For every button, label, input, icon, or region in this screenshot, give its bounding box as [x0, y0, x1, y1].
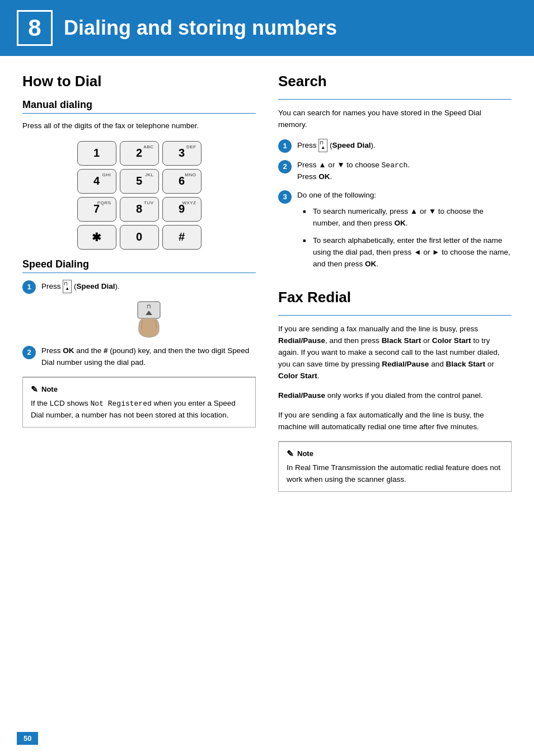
- how-to-dial-heading: How to Dial: [22, 73, 256, 90]
- search-step-2: 2 Press ▲ or ▼ to choose Search.Press OK…: [278, 159, 512, 183]
- step-1-text: Press ⊓ ▲ (Speed Dial).: [41, 280, 120, 293]
- speed-dial-step-2: 2 Press OK and the # (pound) key, and th…: [22, 345, 256, 369]
- dial-key-8: TUV 8: [120, 197, 159, 222]
- content-area: How to Dial Manual dialing Press all of …: [0, 73, 534, 500]
- search-body: You can search for names you have stored…: [278, 107, 512, 131]
- search-step-3-circle: 3: [278, 190, 292, 204]
- right-column: Search You can search for names you have…: [278, 73, 512, 500]
- dial-key-0: 0: [120, 225, 159, 250]
- dial-key-7: PQRS 7: [77, 197, 116, 222]
- manual-dialing-heading: Manual dialing: [22, 99, 256, 114]
- note-title: ✎ Note: [31, 383, 247, 396]
- search-bullet-2: To search alphabetically, enter the firs…: [303, 235, 512, 270]
- step-1-circle: 1: [22, 280, 36, 294]
- svg-text:⊓: ⊓: [147, 303, 151, 309]
- search-heading: Search: [278, 73, 512, 90]
- search-step-2-circle: 2: [278, 160, 292, 173]
- fax-redial-note-title: ✎ Note: [287, 448, 503, 461]
- speed-dial-svg: ⊓: [127, 300, 171, 340]
- search-bullets: To search numerically, press ▲ or ▼ to c…: [297, 206, 512, 270]
- search-step-2-text: Press ▲ or ▼ to choose Search.Press OK.: [297, 159, 410, 183]
- search-bullet-1: To search numerically, press ▲ or ▼ to c…: [303, 206, 512, 229]
- manual-dialing-body: Press all of the digits of the fax or te…: [22, 120, 256, 132]
- search-step-1: 1 Press ⊓ ▲ (Speed Dial).: [278, 139, 512, 153]
- step-2-circle: 2: [22, 346, 36, 359]
- search-step-3-text: Do one of the following: To search numer…: [297, 190, 512, 276]
- fax-redial-separator: [278, 315, 512, 316]
- fax-redial-para2: Redial/Pause only works if you dialed fr…: [278, 390, 512, 402]
- dial-pad: 1 ABC 2 DEF 3 GHI 4 JKL 5 MNO 6: [77, 141, 202, 250]
- dial-key-1: 1: [77, 141, 116, 166]
- chapter-title: Dialing and storing numbers: [64, 16, 337, 40]
- speed-dial-step-1: 1 Press ⊓ ▲ (Speed Dial).: [22, 280, 256, 294]
- fax-redial-note: ✎ Note In Real Time Transmission the aut…: [278, 441, 512, 492]
- page-number: 50: [17, 732, 38, 745]
- dial-key-3: DEF 3: [162, 141, 202, 166]
- search-step-3: 3 Do one of the following: To search num…: [278, 190, 512, 276]
- search-step-1-circle: 1: [278, 139, 292, 153]
- dial-key-9: WXYZ 9: [162, 197, 202, 222]
- dial-key-5: JKL 5: [120, 169, 159, 194]
- fax-redial-note-body: In Real Time Transmission the automatic …: [287, 462, 503, 486]
- dial-key-2: ABC 2: [120, 141, 159, 166]
- fax-redial-para1: If you are sending a fax manually and th…: [278, 323, 512, 382]
- note-icon: ✎: [31, 383, 38, 396]
- dial-key-hash: #: [162, 225, 202, 250]
- step-2-text: Press OK and the # (pound) key, and then…: [41, 345, 256, 369]
- chapter-number: 8: [17, 10, 53, 46]
- dial-key-6: MNO 6: [162, 169, 202, 194]
- dial-key-star: ✱: [77, 225, 116, 250]
- chapter-header: 8 Dialing and storing numbers: [0, 0, 534, 56]
- fax-redial-para3: If you are sending a fax automatically a…: [278, 410, 512, 433]
- speed-dial-icon: ⊓: [41, 300, 256, 340]
- speed-dial-note: ✎ Note If the LCD shows Not Registered w…: [22, 377, 256, 428]
- speed-dialing-heading: Speed Dialing: [22, 259, 256, 273]
- left-column: How to Dial Manual dialing Press all of …: [22, 73, 256, 500]
- fax-redial-heading: Fax Redial: [278, 289, 512, 306]
- search-step-1-text: Press ⊓ ▲ (Speed Dial).: [297, 139, 376, 152]
- fax-redial-note-icon: ✎: [287, 448, 294, 461]
- dial-key-4: GHI 4: [77, 169, 116, 194]
- note-body: If the LCD shows Not Registered when you…: [31, 398, 247, 421]
- search-separator: [278, 99, 512, 100]
